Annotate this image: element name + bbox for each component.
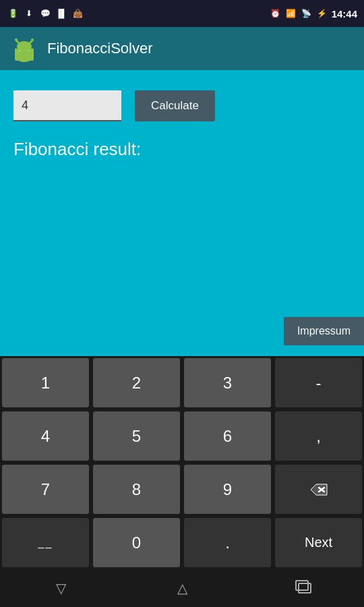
key-comma[interactable]: ,: [274, 411, 363, 461]
svg-rect-14: [299, 583, 311, 593]
battery-icon: 🔋: [7, 8, 19, 19]
backspace-icon: [309, 483, 328, 496]
key-0[interactable]: 0: [92, 517, 181, 568]
next-button[interactable]: Next: [274, 517, 363, 568]
app-title: FibonacciSolver: [47, 40, 153, 57]
svg-rect-13: [296, 581, 308, 590]
key-6[interactable]: 6: [183, 411, 272, 461]
svg-point-8: [31, 38, 34, 41]
key-5[interactable]: 5: [92, 411, 181, 461]
key-4[interactable]: 4: [1, 411, 90, 461]
home-button[interactable]: △: [162, 575, 202, 602]
app-bar: FibonacciSolver: [0, 27, 364, 70]
calculate-button[interactable]: Calculate: [135, 90, 215, 121]
keyboard-row-1: 1 2 3 -: [0, 356, 364, 409]
keyboard-row-3: 7 8 9: [0, 463, 364, 516]
recent-button[interactable]: [283, 575, 324, 602]
key-backspace[interactable]: [274, 464, 363, 515]
keyboard-row-4: __ 0 . Next: [0, 516, 364, 569]
signal-icon: 📡: [301, 8, 313, 19]
message-icon: 💬: [39, 8, 51, 19]
keyboard-row-2: 4 5 6 ,: [0, 409, 364, 463]
keyboard: 1 2 3 - 4 5 6 , 7 8 9 __ 0 . Next: [0, 356, 364, 569]
key-9[interactable]: 9: [183, 464, 272, 515]
alarm-icon: ⏰: [270, 8, 282, 19]
svg-rect-9: [15, 55, 19, 61]
download-icon: ⬇: [23, 8, 35, 19]
recent-icon: [295, 579, 312, 597]
svg-point-6: [17, 41, 32, 52]
clock: 14:44: [332, 8, 357, 20]
key-period[interactable]: .: [183, 517, 272, 568]
wifi-icon: 📶: [285, 8, 297, 19]
android-logo-icon: [11, 35, 38, 62]
back-button[interactable]: ▽: [40, 575, 81, 602]
main-content: Calculate Fibonacci result: Impressum: [0, 70, 364, 356]
key-7[interactable]: 7: [1, 464, 90, 515]
bag-icon: 👜: [71, 8, 84, 19]
key-2[interactable]: 2: [92, 357, 181, 408]
key-dash[interactable]: -: [274, 357, 363, 408]
status-bar: 🔋 ⬇ 💬 ▐▌ 👜 ⏰ 📶 📡 ⚡ 14:44: [0, 0, 364, 27]
status-right: ⏰ 📶 📡 ⚡ 14:44: [270, 8, 357, 20]
input-row: Calculate: [13, 90, 351, 121]
impressum-button[interactable]: Impressum: [284, 317, 364, 345]
status-icons-left: 🔋 ⬇ 💬 ▐▌ 👜: [7, 8, 84, 19]
number-input[interactable]: [13, 90, 121, 121]
key-8[interactable]: 8: [92, 464, 181, 515]
charge-icon: ⚡: [316, 8, 328, 19]
key-3[interactable]: 3: [183, 357, 272, 408]
result-label: Fibonacci result:: [13, 139, 351, 160]
nav-bar: ▽ △: [0, 569, 364, 607]
bars-icon: ▐▌: [55, 8, 67, 19]
key-1[interactable]: 1: [1, 357, 90, 408]
svg-point-7: [15, 38, 18, 41]
svg-rect-10: [30, 55, 34, 61]
key-space[interactable]: __: [1, 517, 90, 568]
